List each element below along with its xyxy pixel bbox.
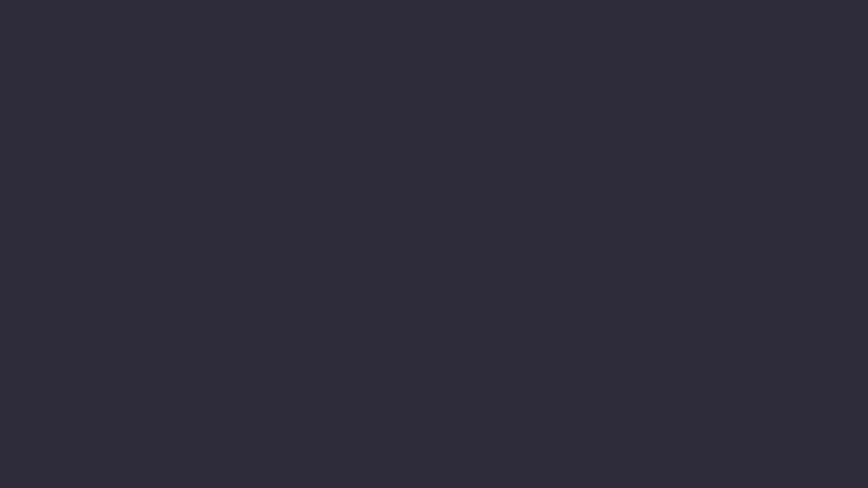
logic-pro-window (0, 0, 868, 488)
